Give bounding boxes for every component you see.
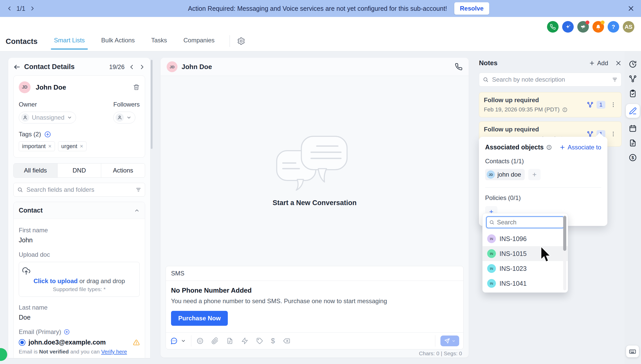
activity-history-icon[interactable] — [629, 60, 637, 68]
keyboard-shortcuts-button[interactable] — [626, 346, 639, 357]
notes-search-input[interactable] — [492, 76, 609, 83]
followers-select[interactable] — [113, 112, 135, 123]
note-menu-icon[interactable] — [610, 101, 617, 108]
call-icon[interactable] — [455, 63, 463, 71]
appointments-icon[interactable] — [629, 124, 637, 132]
followers-label: Followers — [113, 101, 140, 108]
association-count-badge[interactable]: 1 — [597, 101, 605, 109]
tag-chip[interactable]: important× — [19, 141, 55, 151]
composer-tab-sms[interactable]: SMS — [171, 270, 184, 277]
upload-dropzone[interactable]: Click to upload or drag and drop Support… — [19, 262, 140, 297]
payment-request-icon[interactable]: $ — [271, 337, 275, 344]
chat-widget-button[interactable] — [0, 348, 7, 361]
notes-icon-active[interactable] — [626, 104, 640, 118]
tab-companies[interactable]: Companies — [182, 37, 216, 50]
payments-icon[interactable]: $ — [629, 154, 637, 162]
filter-icon[interactable] — [612, 77, 618, 82]
tag-chip[interactable]: urgent× — [58, 141, 87, 151]
no-phone-title: No Phone Number Added — [171, 286, 458, 294]
owner-select[interactable]: Unassigned — [19, 112, 76, 123]
empty-conversation-state: Start a New Conversation — [272, 135, 356, 207]
help-icon[interactable]: ? — [608, 21, 619, 33]
email-primary-radio[interactable] — [19, 339, 25, 346]
app-header: ? AS Contacts Smart Lists Bulk Actions T… — [0, 17, 641, 51]
resolve-button[interactable]: Resolve — [454, 2, 489, 15]
back-arrow-icon[interactable] — [13, 63, 21, 71]
banner-prev-icon[interactable] — [7, 6, 12, 11]
policy-option[interactable]: IN INS-1023 — [483, 261, 568, 276]
remove-tag-icon[interactable]: × — [80, 143, 83, 150]
tab-tasks[interactable]: Tasks — [150, 37, 168, 50]
tab-dnd[interactable]: DND — [57, 164, 101, 177]
tab-bulk-actions[interactable]: Bulk Actions — [100, 37, 136, 50]
notifications-bell-icon[interactable] — [592, 21, 604, 33]
note-menu-icon[interactable] — [610, 131, 617, 137]
policy-option[interactable]: IN INS-1096 — [483, 231, 568, 246]
announcements-icon[interactable] — [577, 21, 589, 33]
tag-icon[interactable] — [256, 337, 263, 344]
email-primary-value[interactable]: john.doe3@example.com — [29, 339, 106, 346]
add-note-button[interactable]: Add — [589, 60, 608, 67]
contact-details-title: Contact Details — [24, 63, 75, 71]
send-button[interactable] — [440, 336, 459, 346]
chevron-down-icon — [126, 115, 131, 120]
associations-icon[interactable] — [629, 75, 637, 83]
dropdown-scrollbar[interactable] — [563, 215, 566, 290]
association-icon[interactable] — [587, 131, 593, 137]
last-name-value[interactable]: Doe — [19, 314, 140, 321]
first-name-value[interactable]: John — [19, 236, 140, 244]
note-card[interactable]: Follow up required Feb 19, 2026 09:35 PM… — [479, 92, 621, 117]
documents-icon[interactable] — [629, 139, 637, 147]
policy-label: INS-1015 — [499, 250, 527, 257]
attachment-icon[interactable] — [211, 337, 219, 344]
page-title: Contacts — [6, 37, 37, 46]
scrollbar-thumb[interactable] — [151, 60, 153, 149]
no-phone-body: You need a phone number to send SMS. Pur… — [171, 298, 458, 305]
policy-search — [486, 216, 564, 228]
add-contact-association-button[interactable]: + — [528, 169, 541, 180]
chat-bubble-icon — [170, 337, 178, 345]
fields-search-input[interactable] — [26, 186, 133, 194]
policy-option[interactable]: IN INS-1041 — [483, 276, 568, 291]
tab-smart-lists[interactable]: Smart Lists — [52, 37, 86, 50]
phone-icon[interactable] — [547, 21, 559, 33]
filter-icon[interactable] — [136, 187, 141, 193]
user-avatar[interactable]: AS — [623, 21, 634, 33]
contact-section-title: Contact — [19, 207, 43, 214]
policy-label: INS-1096 — [499, 235, 527, 243]
policy-option[interactable]: IN INS-1015 — [483, 246, 568, 261]
emoji-icon[interactable] — [196, 337, 204, 344]
email-primary-label: Email (Primary) — [19, 328, 61, 336]
remove-tag-icon[interactable]: × — [48, 143, 52, 150]
scrollbar-thumb[interactable] — [563, 216, 566, 251]
clear-message-icon[interactable] — [283, 337, 290, 344]
first-name-label: First name — [19, 227, 140, 234]
search-icon — [17, 187, 23, 193]
close-notes-icon[interactable] — [615, 60, 621, 66]
template-icon[interactable] — [226, 337, 233, 344]
tasks-icon[interactable] — [629, 89, 637, 98]
settings-gear-icon[interactable] — [237, 37, 245, 45]
click-to-upload-link[interactable]: Click to upload — [33, 277, 78, 284]
associated-contact-chip[interactable]: JD john doe — [485, 169, 525, 180]
verify-here-link[interactable]: Verify here — [101, 349, 127, 355]
delete-contact-icon[interactable] — [133, 84, 140, 91]
contact-section-header[interactable]: Contact — [14, 202, 145, 219]
add-tag-icon[interactable] — [44, 131, 51, 138]
policy-search-input[interactable] — [496, 218, 561, 226]
ai-sparkle-icon[interactable] — [562, 21, 574, 33]
snippets-icon[interactable] — [241, 337, 248, 344]
banner-close-icon[interactable] — [628, 5, 634, 12]
add-email-icon[interactable] — [64, 329, 70, 335]
banner-next-icon[interactable] — [30, 6, 35, 11]
message-composer: SMS No Phone Number Added You need a pho… — [166, 266, 464, 349]
policy-avatar: IN — [487, 264, 496, 273]
purchase-now-button[interactable]: Purchase Now — [171, 311, 228, 326]
next-contact-icon[interactable] — [139, 64, 145, 70]
prev-contact-icon[interactable] — [129, 64, 135, 70]
associate-to-button[interactable]: Associate to — [559, 144, 601, 151]
tab-actions[interactable]: Actions — [101, 164, 145, 177]
association-icon[interactable] — [587, 101, 593, 108]
message-type-select[interactable] — [170, 337, 186, 345]
tab-all-fields[interactable]: All fields — [14, 164, 57, 177]
